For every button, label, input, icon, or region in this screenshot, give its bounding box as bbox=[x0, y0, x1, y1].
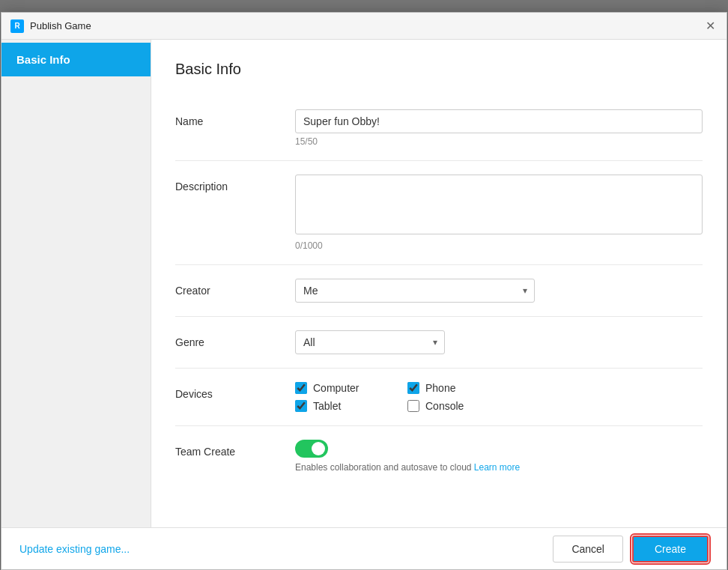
create-button[interactable]: Create bbox=[632, 536, 709, 563]
genre-select[interactable]: All bbox=[295, 330, 445, 354]
tablet-label: Tablet bbox=[313, 400, 341, 412]
computer-checkbox[interactable] bbox=[295, 382, 307, 394]
description-char-count: 0/1000 bbox=[295, 240, 703, 251]
name-label: Name bbox=[175, 109, 295, 127]
learn-more-link[interactable]: Learn more bbox=[474, 462, 520, 473]
team-create-label: Team Create bbox=[175, 440, 295, 458]
computer-label: Computer bbox=[313, 382, 359, 394]
main-content: Basic Info Name 15/50 Description 0/1000 bbox=[151, 40, 727, 527]
description-row: Description 0/1000 bbox=[175, 161, 703, 265]
genre-row: Genre All ▾ bbox=[175, 317, 703, 369]
roblox-icon: R bbox=[10, 19, 24, 33]
dialog-body: Basic Info Basic Info Name 15/50 Descrip… bbox=[1, 40, 727, 527]
genre-label: Genre bbox=[175, 330, 295, 348]
name-input[interactable] bbox=[295, 109, 703, 133]
dialog-footer: Update existing game... Cancel Create bbox=[1, 527, 727, 569]
console-label: Console bbox=[425, 400, 464, 412]
publish-game-dialog: R Publish Game ✕ Basic Info Basic Info N… bbox=[1, 12, 727, 570]
toggle-wrapper: Enables collaboration and autosave to cl… bbox=[295, 440, 703, 473]
device-computer: Computer bbox=[295, 382, 407, 394]
description-label: Description bbox=[175, 175, 295, 192]
name-row: Name 15/50 bbox=[175, 96, 703, 161]
console-checkbox[interactable] bbox=[407, 400, 419, 412]
creator-label: Creator bbox=[175, 279, 295, 297]
device-console: Console bbox=[407, 400, 520, 412]
team-create-desc: Enables collaboration and autosave to cl… bbox=[295, 462, 703, 473]
creator-row: Creator Me ▾ bbox=[175, 265, 703, 317]
description-field-container: 0/1000 bbox=[295, 175, 703, 251]
creator-field-container: Me ▾ bbox=[295, 279, 703, 303]
phone-checkbox[interactable] bbox=[407, 382, 419, 394]
phone-label: Phone bbox=[425, 382, 455, 394]
update-existing-link[interactable]: Update existing game... bbox=[19, 543, 130, 555]
name-field-container: 15/50 bbox=[295, 109, 703, 147]
genre-select-wrapper: All ▾ bbox=[295, 330, 445, 354]
devices-label: Devices bbox=[175, 382, 295, 400]
creator-select[interactable]: Me bbox=[295, 279, 535, 303]
device-tablet: Tablet bbox=[295, 400, 407, 412]
genre-field-container: All ▾ bbox=[295, 330, 703, 354]
device-phone: Phone bbox=[407, 382, 520, 394]
cancel-button[interactable]: Cancel bbox=[553, 536, 623, 563]
devices-row: Devices Computer Phone bbox=[175, 369, 703, 426]
dialog-overlay: R Publish Game ✕ Basic Info Basic Info N… bbox=[0, 0, 728, 570]
sidebar: Basic Info bbox=[1, 40, 151, 527]
team-create-field-container: Enables collaboration and autosave to cl… bbox=[295, 440, 703, 473]
title-bar-left: R Publish Game bbox=[10, 19, 91, 33]
dialog-title: Publish Game bbox=[30, 20, 91, 31]
sidebar-item-basic-info[interactable]: Basic Info bbox=[1, 43, 151, 76]
tablet-checkbox[interactable] bbox=[295, 400, 307, 412]
toggle-slider bbox=[295, 440, 328, 458]
title-bar: R Publish Game ✕ bbox=[1, 13, 727, 40]
team-create-toggle[interactable] bbox=[295, 440, 328, 458]
creator-select-wrapper: Me ▾ bbox=[295, 279, 535, 303]
name-char-count: 15/50 bbox=[295, 136, 703, 147]
team-create-row: Team Create Enables collaboration and au… bbox=[175, 426, 703, 486]
devices-field-container: Computer Phone Tablet bbox=[295, 382, 703, 412]
devices-grid: Computer Phone Tablet bbox=[295, 382, 703, 412]
description-input[interactable] bbox=[295, 175, 703, 234]
section-title: Basic Info bbox=[175, 61, 703, 78]
close-button[interactable]: ✕ bbox=[703, 19, 718, 34]
footer-buttons: Cancel Create bbox=[553, 536, 709, 563]
